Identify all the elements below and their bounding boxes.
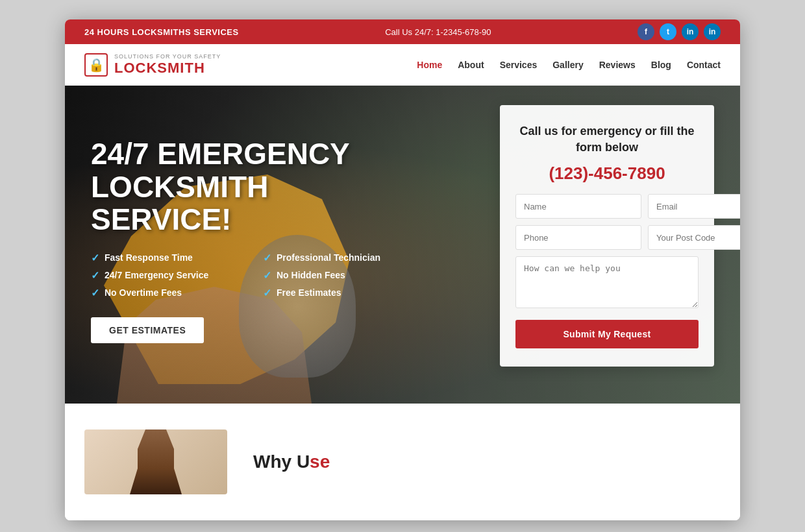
feature-label-1: Fast Response Time — [105, 252, 193, 263]
logo[interactable]: 🔒 SOLUTIONS FOR YOUR SAFETY LOCKSMITH — [84, 53, 221, 77]
person-shape — [130, 429, 182, 494]
form-title: Call us for emergency or fill the form b… — [515, 123, 699, 156]
check-icon-3: ✓ — [91, 269, 99, 282]
check-icon-6: ✓ — [263, 287, 271, 299]
service-label: 24 HOURS LOCKSMITHS SERVICES — [84, 27, 239, 37]
check-icon-2: ✓ — [263, 252, 271, 264]
postcode-input[interactable] — [648, 225, 740, 250]
check-icon-5: ✓ — [91, 287, 99, 299]
feature-label-6: Free Estimates — [277, 287, 341, 298]
feature-label-5: No Overtime Fees — [105, 287, 182, 298]
check-icon-4: ✓ — [263, 269, 271, 282]
nav-contact[interactable]: Contact — [687, 60, 721, 70]
nav-bar: 🔒 SOLUTIONS FOR YOUR SAFETY LOCKSMITH Ho… — [65, 44, 740, 86]
feature-label-2: Professional Technician — [277, 252, 380, 263]
form-row-1 — [515, 194, 699, 219]
logo-icon: 🔒 — [84, 53, 108, 77]
contact-form-panel: Call us for emergency or fill the form b… — [500, 105, 714, 367]
logo-title: LOCKSMITH — [114, 60, 221, 77]
nav-blog[interactable]: Blog — [651, 60, 671, 70]
feature-3: ✓ 24/7 Emergency Service — [91, 269, 243, 282]
feature-1: ✓ Fast Response Time — [91, 252, 243, 264]
linkedin-icon-2[interactable]: in — [704, 23, 721, 40]
nav-about[interactable]: About — [458, 60, 484, 70]
feature-4: ✓ No Hidden Fees — [263, 269, 415, 282]
feature-6: ✓ Free Estimates — [263, 287, 415, 299]
social-icons: f t in in — [638, 23, 721, 40]
feature-label-4: No Hidden Fees — [277, 270, 345, 280]
submit-button[interactable]: Submit My Request — [515, 320, 699, 348]
name-input[interactable] — [515, 194, 641, 219]
nav-links: Home About Services Gallery Reviews Blog… — [417, 60, 721, 70]
feature-2: ✓ Professional Technician — [263, 252, 415, 264]
get-estimates-button[interactable]: Get Estimates — [91, 317, 204, 343]
nav-gallery[interactable]: Gallery — [552, 60, 583, 70]
hero-title: 24/7 EMERGENCY LOCKSMITH SERVICE! — [91, 138, 415, 236]
nav-reviews[interactable]: Reviews — [599, 60, 636, 70]
form-phone: (123)-456-7890 — [515, 163, 699, 184]
message-textarea[interactable] — [515, 256, 699, 308]
below-text: Why Use — [253, 429, 721, 494]
feature-label-3: 24/7 Emergency Service — [105, 270, 208, 280]
below-title: Why Use — [253, 452, 721, 472]
check-icon-1: ✓ — [91, 252, 99, 264]
feature-5: ✓ No Overtime Fees — [91, 287, 243, 299]
logo-subtitle: SOLUTIONS FOR YOUR SAFETY — [114, 53, 221, 60]
hero-section: 24/7 EMERGENCY LOCKSMITH SERVICE! ✓ Fast… — [65, 86, 740, 404]
phone-input[interactable] — [515, 225, 641, 250]
below-hero-section: Why Use — [65, 404, 740, 520]
linkedin-icon-1[interactable]: in — [682, 23, 699, 40]
form-row-2 — [515, 225, 699, 250]
nav-services[interactable]: Services — [500, 60, 538, 70]
call-label: Call Us 24/7: 1-2345-678-90 — [385, 27, 491, 37]
hero-features: ✓ Fast Response Time ✓ Professional Tech… — [91, 252, 415, 299]
twitter-icon[interactable]: t — [660, 23, 676, 40]
person-image — [84, 429, 227, 494]
email-input[interactable] — [648, 194, 740, 219]
top-bar: 24 HOURS LOCKSMITHS SERVICES Call Us 24/… — [65, 19, 740, 44]
nav-home[interactable]: Home — [417, 60, 442, 70]
hero-content: 24/7 EMERGENCY LOCKSMITH SERVICE! ✓ Fast… — [91, 138, 415, 343]
facebook-icon[interactable]: f — [638, 23, 654, 40]
